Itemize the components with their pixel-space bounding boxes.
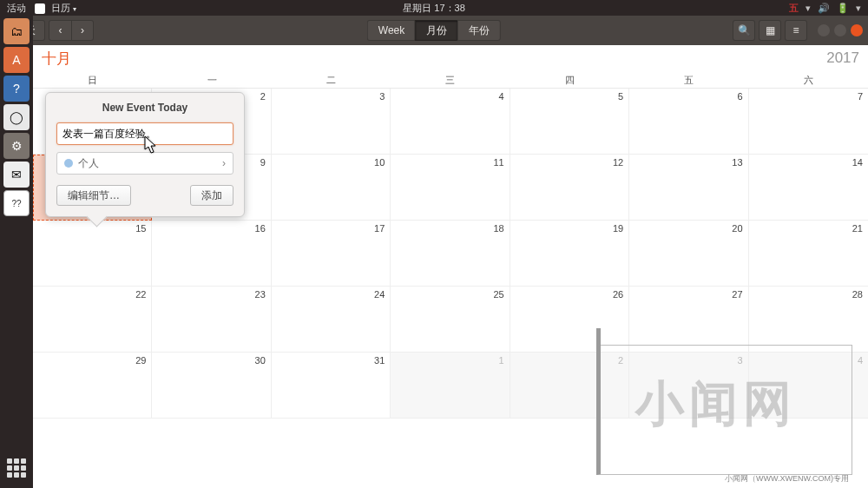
dock-files[interactable]: 🗂 [3, 18, 30, 44]
day-cell[interactable]: 21 [749, 221, 868, 287]
calendar-app-icon [35, 3, 45, 14]
chevron-left-icon: ‹ [59, 24, 62, 36]
day-cell[interactable]: 3 [629, 353, 748, 419]
window-controls [818, 24, 863, 36]
day-number: 15 [135, 223, 146, 234]
close-button[interactable] [851, 24, 863, 36]
minimize-button[interactable] [818, 24, 830, 36]
maximize-button[interactable] [834, 24, 846, 36]
help-icon: ? [13, 82, 20, 96]
menu-button[interactable]: ≡ [785, 20, 807, 41]
next-button[interactable]: › [71, 20, 94, 41]
battery-icon[interactable]: 🔋 [837, 3, 849, 14]
day-cell[interactable]: 1 [391, 353, 510, 419]
search-button[interactable]: 🔍 [733, 20, 755, 41]
day-cell[interactable]: 29 [33, 353, 152, 419]
dock-chromium[interactable]: ◯ [3, 104, 30, 130]
day-cell[interactable]: 4 [749, 353, 868, 419]
clock[interactable]: 星期日 17：38 [403, 2, 465, 15]
dow-cell: 日 [33, 71, 152, 89]
dow-cell: 三 [391, 71, 510, 89]
day-cell[interactable]: 20 [629, 221, 748, 287]
day-number: 3 [737, 355, 742, 366]
dock-calendar[interactable]: ?? [3, 190, 30, 216]
day-number: 21 [852, 223, 863, 234]
calendar-picker[interactable]: 个人 › [56, 152, 233, 175]
day-cell[interactable]: 10 [272, 155, 391, 221]
dock-mail[interactable]: ✉ [3, 162, 30, 188]
day-cell[interactable]: 31 [272, 353, 391, 419]
prev-button[interactable]: ‹ [49, 20, 71, 41]
day-cell[interactable]: 14 [749, 155, 868, 221]
edit-details-button[interactable]: 编辑细节… [56, 185, 131, 206]
day-number: 19 [613, 223, 623, 234]
view-year[interactable]: 年份 [457, 20, 501, 41]
day-cell[interactable]: 17 [272, 221, 391, 287]
calendar-picker-label: 个人 [78, 156, 99, 171]
dock-settings[interactable]: ⚙ [3, 133, 30, 159]
day-number: 30 [255, 355, 266, 366]
day-number: 1 [499, 355, 504, 366]
dock-software[interactable]: A [3, 47, 30, 73]
dow-cell: 六 [749, 71, 868, 89]
add-button[interactable]: 添加 [190, 185, 233, 206]
day-number: 9 [260, 157, 266, 168]
day-cell[interactable]: 26 [510, 287, 629, 353]
dow-cell: 二 [272, 71, 391, 89]
day-cell[interactable]: 4 [391, 89, 510, 155]
day-cell[interactable]: 24 [272, 287, 391, 353]
files-icon: 🗂 [10, 24, 23, 38]
day-cell[interactable]: 3 [272, 89, 391, 155]
day-cell[interactable]: 19 [510, 221, 629, 287]
search-icon: 🔍 [738, 24, 751, 36]
day-cell[interactable]: 2 [510, 353, 629, 419]
dow-cell: 四 [510, 71, 629, 89]
day-cell[interactable]: 15 [33, 221, 152, 287]
day-cell[interactable]: 18 [391, 221, 510, 287]
day-cell[interactable]: 30 [152, 353, 271, 419]
envelope-icon: ✉ [11, 168, 22, 181]
day-number: 17 [374, 223, 385, 234]
day-number: 13 [732, 157, 742, 168]
sources-button[interactable]: ▦ [759, 20, 781, 41]
system-menu-icon[interactable]: ▾ [856, 3, 861, 14]
calendar-color-dot [64, 159, 73, 168]
day-number: 6 [737, 91, 742, 102]
day-cell[interactable]: 23 [152, 287, 271, 353]
chevron-right-icon: › [81, 24, 84, 36]
network-icon[interactable]: ▾ [806, 3, 811, 14]
day-number: 28 [852, 289, 863, 300]
view-switcher: Week 月份 年份 [367, 20, 501, 41]
day-cell[interactable]: 12 [510, 155, 629, 221]
day-cell[interactable]: 16 [152, 221, 271, 287]
watermark-caption: 小闻网（WWW.XWENW.COM)专用 [725, 473, 849, 485]
event-title-input[interactable] [56, 122, 233, 145]
day-cell[interactable]: 7 [749, 89, 868, 155]
day-cell[interactable]: 6 [629, 89, 748, 155]
day-number: 24 [374, 289, 385, 300]
calendar-icon: ?? [11, 199, 21, 208]
activities-button[interactable]: 活动 [7, 2, 26, 15]
day-cell[interactable]: 22 [33, 287, 152, 353]
show-apps-button[interactable] [3, 455, 30, 481]
input-lang-indicator[interactable]: 五 [789, 2, 799, 15]
grid-icon: ▦ [766, 24, 775, 36]
volume-icon[interactable]: 🔊 [818, 3, 830, 14]
dow-row: 日一二三四五六 [33, 71, 868, 89]
day-cell[interactable]: 5 [510, 89, 629, 155]
day-number: 4 [499, 91, 504, 102]
dock-help[interactable]: ? [3, 76, 30, 102]
view-month[interactable]: 月份 [415, 20, 457, 41]
day-number: 26 [613, 289, 623, 300]
app-menu[interactable]: 日历 ▾ [35, 2, 76, 15]
year-label: 2017 [826, 49, 859, 67]
day-cell[interactable]: 13 [629, 155, 748, 221]
day-number: 2 [260, 91, 266, 102]
view-week[interactable]: Week [367, 20, 415, 41]
day-cell[interactable]: 27 [629, 287, 748, 353]
chromium-icon: ◯ [10, 110, 23, 124]
day-cell[interactable]: 28 [749, 287, 868, 353]
day-cell[interactable]: 11 [391, 155, 510, 221]
day-number: 10 [374, 157, 385, 168]
day-cell[interactable]: 25 [391, 287, 510, 353]
